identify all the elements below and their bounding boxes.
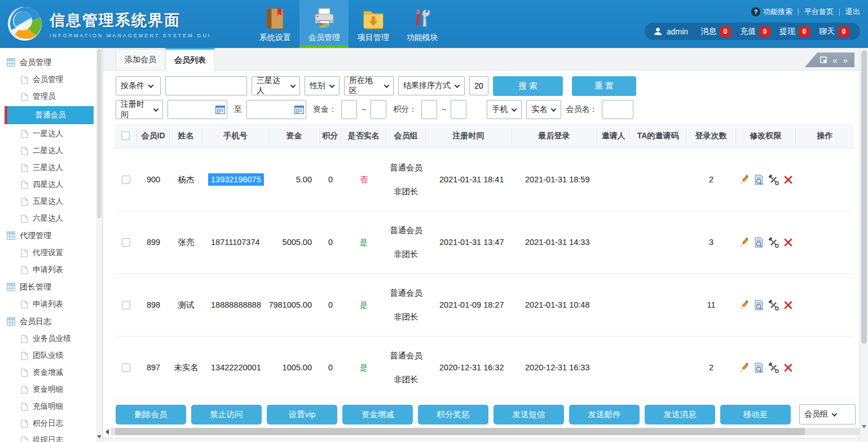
sidebar-item-agent-settings[interactable]: 代理设置 [0, 244, 103, 261]
edit-pencil-icon[interactable] [739, 362, 750, 373]
collapse-right-icon[interactable]: » [843, 56, 848, 64]
points-reward-button[interactable]: 积分奖惩 [418, 405, 488, 425]
vertical-scrollbar[interactable] [860, 48, 868, 442]
sidebar-item-team-performance[interactable]: 团队业绩 [0, 347, 103, 364]
sidebar-group-leader-management[interactable]: 团长管理 [0, 278, 103, 296]
sidebar-item-normal-members[interactable]: 普通会员 [5, 106, 94, 124]
sidebar-item-withdraw-log[interactable]: 提现日志 [0, 432, 103, 442]
sidebar-item-recharge-detail[interactable]: 充值明细 [0, 398, 103, 415]
withdraw-count-badge[interactable]: 0 [799, 27, 810, 37]
recharge-badge-group[interactable]: 充值0 [740, 27, 770, 37]
points-min-input[interactable] [421, 100, 437, 119]
sidebar-item-one-star[interactable]: 一星达人 [0, 125, 103, 142]
sidebar-group-agent-management[interactable]: 代理管理 [0, 227, 103, 244]
row-checkbox[interactable] [122, 364, 130, 372]
cell-phone[interactable]: 13422220001 [208, 361, 264, 374]
reset-button[interactable]: 重 置 [572, 76, 636, 96]
row-checkbox[interactable] [122, 301, 130, 309]
condition-select[interactable]: 按条件 [116, 76, 161, 95]
nav-system-settings[interactable]: 系统设置 [250, 0, 299, 48]
view-detail-icon[interactable] [754, 300, 764, 310]
search-button[interactable]: 搜 索 [493, 76, 563, 96]
sidebar-group-member-management[interactable]: 会员管理 [0, 54, 103, 71]
sidebar-item-points-log[interactable]: 积分日志 [0, 415, 103, 432]
date-to-field[interactable] [246, 100, 306, 119]
send-email-button[interactable]: 发送邮件 [569, 405, 640, 425]
permissions-tools-icon[interactable] [768, 237, 779, 248]
permissions-tools-icon[interactable] [768, 174, 779, 185]
scroll-down-icon[interactable] [862, 425, 866, 428]
sidebar-item-admins[interactable]: 管理员 [0, 88, 103, 105]
region-select[interactable]: 所在地区 [344, 76, 394, 95]
calendar-icon[interactable] [215, 105, 225, 114]
tab-member-list[interactable]: 会员列表 [165, 48, 215, 71]
messages-badge-group[interactable]: 消息0 [700, 27, 731, 37]
messages-count-badge[interactable]: 0 [720, 27, 731, 37]
edit-pencil-icon[interactable] [739, 237, 750, 248]
function-search-link[interactable]: ?功能搜索 [751, 7, 792, 17]
gender-select[interactable]: 性别 [305, 76, 340, 95]
logout-link[interactable]: 退出 [845, 7, 860, 17]
ban-access-button[interactable]: 禁止访问 [191, 405, 262, 425]
level-select[interactable]: 三星达人 [252, 76, 300, 95]
member-name-input[interactable] [602, 100, 633, 119]
sidebar-item-salesman-performance[interactable]: 业务员业绩 [0, 330, 103, 347]
fund-max-input[interactable] [371, 100, 386, 119]
sidebar-item-agent-apply-list[interactable]: 申请列表 [0, 261, 103, 278]
sidebar-scrollbar[interactable] [96, 48, 103, 442]
time-type-select[interactable]: 注册时间 [116, 100, 163, 119]
horizontal-scrollbar[interactable] [105, 428, 868, 435]
realname-select[interactable]: 实名 [526, 100, 561, 119]
delete-x-icon[interactable] [783, 237, 794, 248]
row-checkbox[interactable] [122, 176, 130, 184]
delete-x-icon[interactable] [783, 300, 794, 310]
row-checkbox[interactable] [122, 238, 130, 247]
recharge-count-badge[interactable]: 0 [759, 27, 770, 37]
send-message-button[interactable]: 发送消息 [645, 405, 715, 425]
sidebar-scroll-down-icon[interactable] [97, 435, 102, 439]
sidebar-item-leader-apply-list[interactable]: 申请列表 [0, 296, 103, 313]
nav-project-management[interactable]: 项目管理 [349, 0, 398, 48]
view-detail-icon[interactable] [754, 174, 764, 185]
sidebar-item-fund-adjust[interactable]: 资金增减 [0, 364, 103, 381]
cell-phone[interactable]: 13932196075 [208, 173, 264, 186]
fund-adjust-button[interactable]: 资金增减 [342, 405, 413, 425]
nav-function-modules[interactable]: 功能模块 [398, 0, 447, 48]
edit-pencil-icon[interactable] [739, 300, 750, 310]
move-to-button[interactable]: 移动至 [720, 405, 791, 425]
tab-add-member[interactable]: 添加会员 [116, 49, 165, 70]
points-max-input[interactable] [451, 100, 466, 119]
member-group-select[interactable]: 会员组 [799, 404, 856, 425]
chat-count-badge[interactable]: 0 [838, 27, 849, 37]
sidebar-item-two-star[interactable]: 二星达人 [0, 142, 103, 159]
collapse-left-icon[interactable]: « [832, 56, 837, 64]
sidebar-item-fund-detail[interactable]: 资金明细 [0, 381, 103, 398]
date-from-field[interactable] [168, 100, 227, 119]
sidebar-item-members[interactable]: 会员管理 [0, 71, 103, 88]
fund-min-input[interactable] [341, 100, 357, 119]
sort-select[interactable]: 结果排序方式 [398, 76, 465, 95]
cell-phone[interactable]: 18888888888 [208, 299, 264, 311]
keyword-input[interactable] [165, 76, 247, 95]
sidebar-group-member-logs[interactable]: 会员日志 [0, 313, 103, 330]
sidebar-item-three-star[interactable]: 三星达人 [0, 159, 103, 176]
sidebar-item-four-star[interactable]: 四星达人 [0, 176, 103, 193]
sidebar-item-six-star[interactable]: 六星达人 [0, 210, 103, 227]
phone-select[interactable]: 手机 [487, 100, 522, 119]
calendar-icon[interactable] [294, 105, 304, 114]
send-sms-button[interactable]: 发送短信 [494, 405, 564, 425]
chat-badge-group[interactable]: 聊天0 [819, 27, 849, 37]
view-detail-icon[interactable] [754, 362, 764, 373]
select-all-checkbox[interactable] [121, 132, 130, 140]
set-vip-button[interactable]: 设置vip [267, 405, 337, 425]
view-detail-icon[interactable] [754, 237, 764, 248]
window-icon[interactable] [820, 56, 827, 63]
cell-phone[interactable]: 18711107374 [208, 236, 263, 248]
delete-x-icon[interactable] [783, 174, 794, 185]
delete-members-button[interactable]: 删除会员 [116, 405, 186, 425]
delete-x-icon[interactable] [783, 362, 794, 373]
edit-pencil-icon[interactable] [739, 174, 750, 185]
permissions-tools-icon[interactable] [768, 362, 779, 373]
platform-home-link[interactable]: 平台首页 [804, 7, 834, 17]
withdraw-badge-group[interactable]: 提现0 [779, 27, 810, 37]
